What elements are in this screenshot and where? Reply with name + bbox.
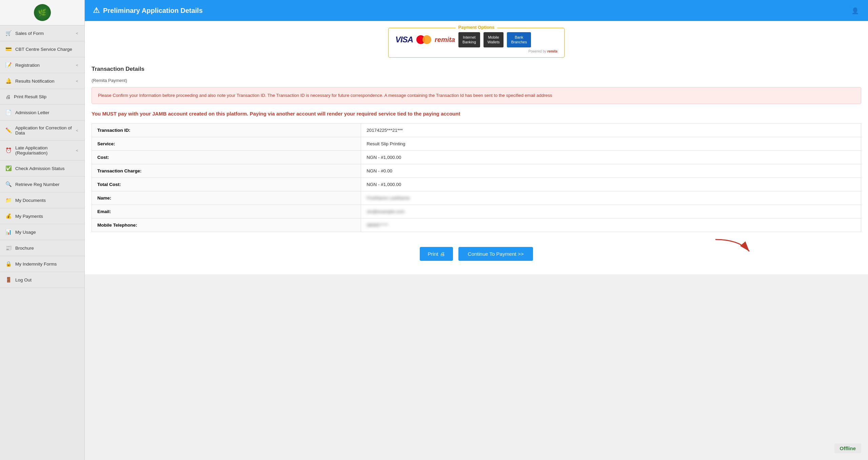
sidebar-icon-registration: 📝 bbox=[5, 62, 12, 68]
sidebar-label-my-usage: My Usage bbox=[15, 230, 36, 235]
row-value-0: 20174225***21*** bbox=[361, 123, 861, 137]
sidebar-item-results-notification[interactable]: 🔔 Results Notification ＜ bbox=[0, 73, 84, 89]
sidebar-label-cbt-centre: CBT Centre Service Charge bbox=[15, 47, 72, 52]
payment-options-section: Payment Options VISA remita InternetBank… bbox=[92, 28, 861, 58]
sidebar-icon-print-result-slip: 🖨 bbox=[5, 94, 11, 100]
continue-payment-button[interactable]: Continue To Payment >> bbox=[458, 247, 533, 261]
sidebar-label-brochure: Brochure bbox=[15, 246, 34, 251]
row-value-4: NGN - #1,000.00 bbox=[361, 177, 861, 191]
transaction-table: Transaction ID:20174225***21***Service:R… bbox=[92, 123, 861, 232]
sidebar-item-cbt-centre[interactable]: 💳 CBT Centre Service Charge bbox=[0, 41, 84, 57]
sidebar-item-check-admission[interactable]: ✅ Check Admission Status bbox=[0, 161, 84, 176]
sidebar-label-results-notification: Results Notification bbox=[15, 79, 55, 84]
row-label-5: Name: bbox=[92, 191, 361, 205]
sidebar-icon-my-indemnity: 🔒 bbox=[5, 261, 12, 267]
sidebar-item-late-application[interactable]: ⏰ Late Application (Regularisation) ＜ bbox=[0, 141, 84, 161]
chevron-icon-late-application: ＜ bbox=[75, 148, 79, 153]
visa-logo: VISA bbox=[395, 35, 413, 44]
bank-branches-btn[interactable]: BankBranches bbox=[507, 32, 531, 47]
row-value-2: NGN - #1,000.00 bbox=[361, 150, 861, 164]
remita-label: (Remita Payment) bbox=[92, 78, 861, 83]
sidebar-item-brochure[interactable]: 📰 Brochure bbox=[0, 240, 84, 256]
sidebar-icon-my-documents: 📁 bbox=[5, 197, 12, 203]
sidebar-label-admission-letter: Admission Letter bbox=[15, 110, 50, 115]
sidebar-label-my-payments: My Payments bbox=[15, 214, 43, 219]
sidebar-label-check-admission: Check Admission Status bbox=[15, 166, 65, 171]
sidebar-icon-check-admission: ✅ bbox=[5, 165, 12, 171]
payment-options-box: Payment Options VISA remita InternetBank… bbox=[388, 28, 565, 58]
arrow-indicator bbox=[712, 236, 753, 257]
user-avatar[interactable]: 👤 bbox=[849, 5, 861, 17]
sidebar-label-application-correction: Application for Correction of Data bbox=[15, 125, 75, 135]
table-row: Mobile Telephone:08065***** bbox=[92, 218, 861, 232]
print-label: Print 🖨 bbox=[428, 251, 445, 257]
action-buttons: Print 🖨 Continue To Payment >> bbox=[92, 240, 861, 268]
row-label-6: Email: bbox=[92, 205, 361, 218]
sidebar-item-my-indemnity[interactable]: 🔒 My Indemnity Forms bbox=[0, 256, 84, 272]
sidebar-label-late-application: Late Application (Regularisation) bbox=[15, 145, 75, 155]
warning-icon: ⚠ bbox=[93, 6, 100, 15]
sidebar-item-log-out[interactable]: 🚪 Log Out bbox=[0, 272, 84, 288]
table-row: Transaction Charge:NGN - #0.00 bbox=[92, 164, 861, 177]
table-row: Email:olu@example.com bbox=[92, 205, 861, 218]
row-value-3: NGN - #0.00 bbox=[361, 164, 861, 177]
sidebar-icon-application-correction: ✏️ bbox=[5, 127, 12, 133]
page-title: Preliminary Application Details bbox=[103, 7, 203, 15]
main-content: ⚠ Preliminary Application Details ▼ Paym… bbox=[85, 0, 868, 460]
page-header: ⚠ Preliminary Application Details ▼ bbox=[85, 0, 868, 21]
powered-by: Powered by remita bbox=[395, 49, 557, 53]
remita-logo: remita bbox=[435, 36, 455, 44]
chevron-icon-sales-of-form: ＜ bbox=[75, 30, 79, 36]
print-button[interactable]: Print 🖨 bbox=[420, 247, 453, 261]
alert-message: Please Confirm your Information before p… bbox=[92, 87, 861, 104]
sidebar-item-print-result-slip[interactable]: 🖨 Print Result Slip bbox=[0, 89, 84, 105]
sidebar-item-sales-of-form[interactable]: 🛒 Sales of Form ＜ bbox=[0, 25, 84, 41]
blurred-value-7: 08065***** bbox=[367, 223, 388, 228]
sidebar: 🌿 🛒 Sales of Form ＜ 💳 CBT Centre Service… bbox=[0, 0, 85, 460]
table-row: Service:Result Slip Printing bbox=[92, 137, 861, 150]
app-logo: 🌿 bbox=[34, 4, 51, 21]
continue-label: Continue To Payment >> bbox=[468, 251, 524, 257]
row-value-5: FirstName LastName bbox=[361, 191, 861, 205]
section-title: Transaction Details bbox=[92, 66, 861, 72]
sidebar-item-admission-letter[interactable]: 📄 Admission Letter bbox=[0, 105, 84, 121]
row-value-7: 08065***** bbox=[361, 218, 861, 232]
row-value-6: olu@example.com bbox=[361, 205, 861, 218]
sidebar-label-my-documents: My Documents bbox=[15, 198, 46, 203]
sidebar-item-my-usage[interactable]: 📊 My Usage bbox=[0, 224, 84, 240]
remita-powered-label: remita bbox=[547, 49, 557, 53]
sidebar-icon-brochure: 📰 bbox=[5, 245, 12, 251]
sidebar-label-my-indemnity: My Indemnity Forms bbox=[15, 262, 57, 267]
mobile-wallets-btn[interactable]: MobileWallets bbox=[484, 32, 504, 47]
sidebar-item-my-payments[interactable]: 💰 My Payments bbox=[0, 208, 84, 224]
payment-options-label: Payment Options bbox=[456, 25, 497, 30]
sidebar-item-retrieve-reg[interactable]: 🔍 Retrieve Reg Number bbox=[0, 176, 84, 192]
sidebar-icon-late-application: ⏰ bbox=[5, 147, 12, 153]
row-value-1: Result Slip Printing bbox=[361, 137, 861, 150]
mastercard-logo bbox=[416, 35, 431, 44]
sidebar-item-registration[interactable]: 📝 Registration ＜ bbox=[0, 57, 84, 73]
row-label-2: Cost: bbox=[92, 150, 361, 164]
sidebar-icon-log-out: 🚪 bbox=[5, 277, 12, 283]
sidebar-item-application-correction[interactable]: ✏️ Application for Correction of Data ＜ bbox=[0, 121, 84, 141]
sidebar-icon-my-usage: 📊 bbox=[5, 229, 12, 235]
sidebar-item-my-documents[interactable]: 📁 My Documents bbox=[0, 192, 84, 208]
transaction-section: Transaction Details (Remita Payment) Ple… bbox=[92, 66, 861, 232]
sidebar-label-print-result-slip: Print Result Slip bbox=[14, 94, 46, 99]
row-label-4: Total Cost: bbox=[92, 177, 361, 191]
row-label-0: Transaction ID: bbox=[92, 123, 361, 137]
sidebar-label-log-out: Log Out bbox=[15, 277, 32, 283]
sidebar-label-retrieve-reg: Retrieve Reg Number bbox=[15, 182, 60, 187]
chevron-icon-results-notification: ＜ bbox=[75, 78, 79, 84]
payment-logos: VISA remita InternetBanking MobileWallet… bbox=[395, 32, 557, 47]
row-label-1: Service: bbox=[92, 137, 361, 150]
sidebar-icon-admission-letter: 📄 bbox=[5, 109, 12, 116]
table-row: Name:FirstName LastName bbox=[92, 191, 861, 205]
row-label-3: Transaction Charge: bbox=[92, 164, 361, 177]
sidebar-logo: 🌿 bbox=[0, 0, 84, 25]
internet-banking-btn[interactable]: InternetBanking bbox=[458, 32, 480, 47]
chevron-icon-registration: ＜ bbox=[75, 62, 79, 68]
table-row: Cost:NGN - #1,000.00 bbox=[92, 150, 861, 164]
sidebar-icon-my-payments: 💰 bbox=[5, 213, 12, 219]
row-label-7: Mobile Telephone: bbox=[92, 218, 361, 232]
